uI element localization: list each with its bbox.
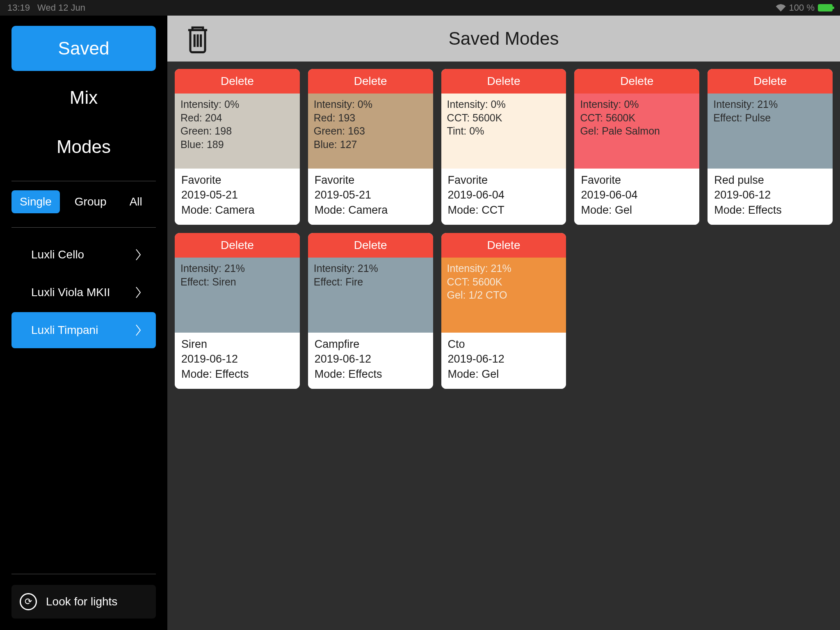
- card-swatch: Intensity: 0%Red: 204Green: 198Blue: 189: [175, 94, 300, 169]
- delete-button[interactable]: Delete: [441, 233, 566, 258]
- card-date: 2019-05-21: [315, 187, 427, 202]
- mode-card[interactable]: DeleteIntensity: 0%Red: 204Green: 198Blu…: [175, 69, 300, 225]
- swatch-line: CCT: 5600K: [447, 275, 561, 289]
- swatch-line: Effect: Pulse: [713, 111, 827, 125]
- delete-button[interactable]: Delete: [441, 69, 566, 94]
- delete-button[interactable]: Delete: [175, 233, 300, 258]
- card-swatch: Intensity: 21%Effect: Fire: [308, 258, 433, 333]
- card-info: Favorite2019-05-21Mode: Camera: [175, 169, 300, 225]
- trash-icon: [185, 24, 211, 53]
- card-info: Red pulse2019-06-12Mode: Effects: [708, 169, 833, 225]
- filter-tab-single[interactable]: Single: [11, 190, 60, 213]
- device-label: Luxli Timpani: [31, 324, 98, 337]
- filter-tabs: SingleGroupAll: [0, 189, 167, 220]
- bluetooth-refresh-icon: ⟳: [20, 593, 37, 610]
- card-date: 2019-06-12: [315, 352, 427, 366]
- filter-tab-all[interactable]: All: [121, 190, 151, 213]
- filter-tab-group[interactable]: Group: [66, 190, 115, 213]
- card-date: 2019-06-12: [181, 352, 293, 366]
- delete-button[interactable]: Delete: [708, 69, 833, 94]
- nav-modes[interactable]: Modes: [11, 124, 156, 169]
- card-swatch: Intensity: 0%CCT: 5600KTint: 0%: [441, 94, 566, 169]
- swatch-line: Intensity: 0%: [180, 98, 294, 111]
- mode-card[interactable]: DeleteIntensity: 0%CCT: 5600KTint: 0%Fav…: [441, 69, 566, 225]
- device-label: Luxli Cello: [31, 248, 84, 261]
- swatch-line: Green: 163: [314, 124, 427, 138]
- delete-button[interactable]: Delete: [308, 69, 433, 94]
- mode-card[interactable]: DeleteIntensity: 21%CCT: 5600KGel: 1/2 C…: [441, 233, 566, 389]
- card-info: Siren2019-06-12Mode: Effects: [175, 333, 300, 389]
- card-swatch: Intensity: 0%CCT: 5600KGel: Pale Salmon: [574, 94, 699, 169]
- mode-card[interactable]: DeleteIntensity: 21%Effect: FireCampfire…: [308, 233, 433, 389]
- swatch-line: Intensity: 21%: [713, 98, 827, 111]
- swatch-line: Red: 193: [314, 111, 427, 125]
- swatch-line: Intensity: 21%: [180, 262, 294, 275]
- mode-card[interactable]: DeleteIntensity: 0%CCT: 5600KGel: Pale S…: [574, 69, 699, 225]
- card-mode: Mode: Camera: [181, 203, 293, 217]
- card-info: Campfire2019-06-12Mode: Effects: [308, 333, 433, 389]
- main-content: Saved Modes DeleteIntensity: 0%Red: 204G…: [167, 16, 840, 630]
- card-name: Favorite: [315, 173, 427, 187]
- card-mode: Mode: CCT: [448, 203, 560, 217]
- card-info: Favorite2019-06-04Mode: Gel: [574, 169, 699, 225]
- delete-button[interactable]: Delete: [175, 69, 300, 94]
- chevron-right-icon: [135, 249, 142, 261]
- card-name: Siren: [181, 337, 293, 352]
- card-swatch: Intensity: 21%Effect: Pulse: [708, 94, 833, 169]
- card-name: Red pulse: [714, 173, 826, 187]
- card-mode: Mode: Camera: [315, 203, 427, 217]
- card-name: Favorite: [181, 173, 293, 187]
- wifi-icon: [776, 4, 786, 11]
- device-label: Luxli Viola MKII: [31, 286, 110, 299]
- card-swatch: Intensity: 21%Effect: Siren: [175, 258, 300, 333]
- swatch-line: Blue: 189: [180, 138, 294, 151]
- device-item[interactable]: Luxli Timpani: [11, 312, 156, 348]
- status-time: 13:19: [7, 2, 30, 13]
- swatch-line: Gel: 1/2 CTO: [447, 288, 561, 302]
- swatch-line: Intensity: 21%: [447, 262, 561, 275]
- device-item[interactable]: Luxli Cello: [11, 237, 156, 273]
- look-for-lights-label: Look for lights: [46, 595, 117, 608]
- delete-button[interactable]: Delete: [574, 69, 699, 94]
- sidebar: SavedMixModes SingleGroupAll Luxli Cello…: [0, 16, 167, 630]
- divider: [11, 574, 156, 574]
- card-info: Cto2019-06-12Mode: Gel: [441, 333, 566, 389]
- swatch-line: Effect: Fire: [314, 275, 427, 289]
- card-date: 2019-06-04: [448, 187, 560, 202]
- device-list: Luxli CelloLuxli Viola MKIILuxli Timpani: [0, 235, 167, 350]
- chevron-right-icon: [135, 324, 142, 336]
- main-header: Saved Modes: [167, 16, 840, 62]
- card-mode: Mode: Gel: [448, 367, 560, 381]
- delete-button[interactable]: Delete: [308, 233, 433, 258]
- divider: [11, 181, 156, 181]
- mode-card[interactable]: DeleteIntensity: 21%Effect: SirenSiren20…: [175, 233, 300, 389]
- mode-card[interactable]: DeleteIntensity: 21%Effect: PulseRed pul…: [708, 69, 833, 225]
- card-date: 2019-06-04: [581, 187, 693, 202]
- card-swatch: Intensity: 0%Red: 193Green: 163Blue: 127: [308, 94, 433, 169]
- card-mode: Mode: Gel: [581, 203, 693, 217]
- page-title: Saved Modes: [211, 28, 823, 49]
- look-for-lights-button[interactable]: ⟳ Look for lights: [11, 585, 156, 619]
- swatch-line: CCT: 5600K: [447, 111, 561, 125]
- device-item[interactable]: Luxli Viola MKII: [11, 274, 156, 310]
- nav-saved[interactable]: Saved: [11, 26, 156, 71]
- card-swatch: Intensity: 21%CCT: 5600KGel: 1/2 CTO: [441, 258, 566, 333]
- trash-button[interactable]: [185, 24, 211, 53]
- card-name: Cto: [448, 337, 560, 352]
- status-date: Wed 12 Jun: [37, 2, 85, 13]
- card-name: Campfire: [315, 337, 427, 352]
- card-name: Favorite: [448, 173, 560, 187]
- swatch-line: Intensity: 0%: [580, 98, 694, 111]
- mode-card[interactable]: DeleteIntensity: 0%Red: 193Green: 163Blu…: [308, 69, 433, 225]
- swatch-line: Intensity: 21%: [314, 262, 427, 275]
- swatch-line: CCT: 5600K: [580, 111, 694, 125]
- status-bar: 13:19 Wed 12 Jun 100 %: [0, 0, 840, 16]
- card-date: 2019-06-12: [448, 352, 560, 366]
- battery-percent: 100 %: [789, 2, 815, 13]
- card-mode: Mode: Effects: [714, 203, 826, 217]
- swatch-line: Gel: Pale Salmon: [580, 124, 694, 138]
- card-mode: Mode: Effects: [315, 367, 427, 381]
- card-mode: Mode: Effects: [181, 367, 293, 381]
- nav-mix[interactable]: Mix: [11, 75, 156, 120]
- chevron-right-icon: [135, 286, 142, 299]
